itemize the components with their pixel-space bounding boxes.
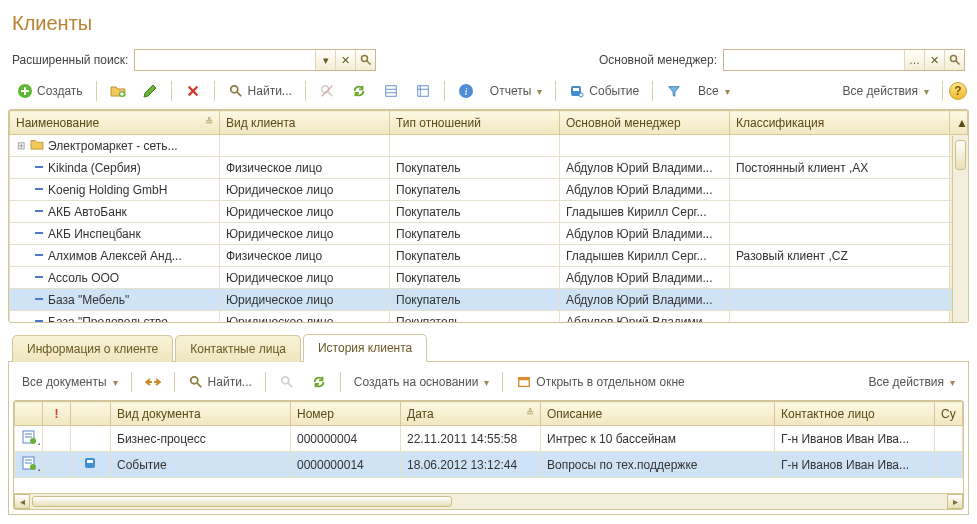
extended-search-dropdown[interactable]: ▾ [315, 50, 335, 70]
collapse-dash-icon [34, 316, 44, 323]
all-dropdown[interactable]: Все [691, 80, 737, 102]
cell-manager: Гладышев Кирилл Серг... [560, 201, 730, 223]
table-row[interactable]: Алхимов Алексей Анд...Физическое лицоПок… [10, 245, 968, 267]
col-flag[interactable]: ! [43, 402, 71, 426]
create-based-dropdown[interactable]: Создать на основании [347, 371, 497, 393]
scrollbar-thumb[interactable] [955, 140, 966, 170]
delete-x-icon [185, 83, 201, 99]
col-name[interactable]: Наименование≙ [10, 111, 220, 135]
history-find-button[interactable]: Найти... [181, 370, 259, 394]
history-clear-find-button[interactable] [272, 370, 302, 394]
cell-type [220, 135, 390, 157]
col-attach[interactable] [71, 402, 111, 426]
search-bar: Расширенный поиск: ▾ ✕ Основной менеджер… [8, 45, 969, 75]
table-row[interactable]: ⊞Электромаркет - сеть... [10, 135, 968, 157]
history-all-actions-dropdown[interactable]: Все действия [862, 371, 962, 393]
cell-desc: Вопросы по тех.поддержке [541, 452, 775, 478]
expand-icon[interactable]: ⊞ [16, 140, 26, 151]
manager-select[interactable]: … [904, 50, 924, 70]
help-button[interactable]: ? [949, 82, 967, 100]
tree-mode-button[interactable] [408, 79, 438, 103]
history-panel: Все документы Найти... Соз [8, 362, 969, 515]
col-contact[interactable]: Контактное лицо [775, 402, 935, 426]
delete-button[interactable] [178, 79, 208, 103]
table-row[interactable]: Ассоль ОООЮридическое лицоПокупательАбду… [10, 267, 968, 289]
find-button[interactable]: Найти... [221, 79, 299, 103]
tab-history[interactable]: История клиента [303, 334, 427, 362]
link-button[interactable] [138, 370, 168, 394]
manager-input[interactable] [724, 50, 904, 70]
info-button[interactable]: i [451, 79, 481, 103]
cell-relation: Покупатель [390, 245, 560, 267]
event-button[interactable]: Событие [562, 79, 646, 103]
svg-point-0 [361, 56, 367, 62]
col-doc-type[interactable]: Вид документа [111, 402, 291, 426]
table-row[interactable]: База "Продовольстве...Юридическое лицоПо… [10, 311, 968, 323]
col-class[interactable]: Классификация [730, 111, 950, 135]
all-actions-dropdown[interactable]: Все действия [836, 80, 936, 102]
clear-find-button[interactable] [312, 79, 342, 103]
col-scroll-header: ▲ [950, 111, 968, 135]
create-button[interactable]: Создать [10, 79, 90, 103]
col-date[interactable]: Дата≙ [401, 402, 541, 426]
col-manager[interactable]: Основной менеджер [560, 111, 730, 135]
col-su[interactable]: Су [935, 402, 963, 426]
table-row[interactable]: Бизнес-процесс00000000422.11.2011 14:55:… [15, 426, 963, 452]
grid-vertical-scrollbar[interactable] [952, 136, 968, 322]
svg-rect-45 [87, 460, 93, 463]
reports-dropdown[interactable]: Отчеты [483, 80, 549, 102]
edit-button[interactable] [135, 79, 165, 103]
table-row[interactable]: АКБ АвтоБанкЮридическое лицоПокупательГл… [10, 201, 968, 223]
col-number[interactable]: Номер [291, 402, 401, 426]
cell-contact: Г-н Иванов Иван Ива... [775, 426, 935, 452]
table-row[interactable]: Koenig Holding GmbHЮридическое лицоПокуп… [10, 179, 968, 201]
col-icon[interactable] [15, 402, 43, 426]
plus-circle-icon [17, 83, 33, 99]
tab-client-info[interactable]: Информация о клиенте [12, 335, 173, 362]
svg-point-32 [282, 377, 289, 384]
extended-search-label: Расширенный поиск: [12, 53, 128, 67]
cell-type: Юридическое лицо [220, 201, 390, 223]
refresh-button[interactable] [344, 79, 374, 103]
extended-search-clear[interactable]: ✕ [335, 50, 355, 70]
cell-type: Юридическое лицо [220, 179, 390, 201]
list-mode-button[interactable] [376, 79, 406, 103]
col-type[interactable]: Вид клиента [220, 111, 390, 135]
svg-text:i: i [464, 85, 467, 97]
refresh-icon [351, 83, 367, 99]
filter-button[interactable] [659, 79, 689, 103]
extended-search-lookup[interactable] [355, 50, 375, 70]
cell-class [730, 289, 950, 311]
cell-relation [390, 135, 560, 157]
table-row[interactable]: Kikinda (Сербия)Физическое лицоПокупател… [10, 157, 968, 179]
new-folder-button[interactable] [103, 79, 133, 103]
scroll-right-button[interactable]: ▸ [947, 494, 963, 509]
col-relation[interactable]: Тип отношений [390, 111, 560, 135]
collapse-dash-icon [34, 272, 44, 284]
row-name: Koenig Holding GmbH [48, 183, 167, 197]
tab-contacts[interactable]: Контактные лица [175, 335, 301, 362]
cell-manager: Абдулов Юрий Владими... [560, 289, 730, 311]
event-icon-cell [71, 452, 111, 478]
all-documents-dropdown[interactable]: Все документы [15, 371, 125, 393]
svg-point-6 [230, 86, 237, 93]
col-desc[interactable]: Описание [541, 402, 775, 426]
main-toolbar: Создать Найти... [8, 75, 969, 107]
table-row[interactable]: Событие000000001418.06.2012 13:12:44Вопр… [15, 452, 963, 478]
history-refresh-button[interactable] [304, 370, 334, 394]
manager-lookup[interactable] [944, 50, 964, 70]
history-horizontal-scrollbar[interactable]: ◂ ▸ [14, 493, 963, 509]
table-row[interactable]: База "Мебель"Юридическое лицоПокупательА… [10, 289, 968, 311]
open-window-button[interactable]: Открыть в отдельном окне [509, 370, 691, 394]
extended-search-input[interactable] [135, 50, 315, 70]
scroll-left-button[interactable]: ◂ [14, 494, 30, 509]
flag-cell [43, 426, 71, 452]
manager-clear[interactable]: ✕ [924, 50, 944, 70]
event-icon-cell [71, 426, 111, 452]
table-row[interactable]: АКБ ИнспецбанкЮридическое лицоПокупатель… [10, 223, 968, 245]
cell-contact: Г-н Иванов Иван Ива... [775, 452, 935, 478]
scrollbar-thumb[interactable] [32, 496, 452, 507]
cell-class [730, 179, 950, 201]
sort-asc-icon: ≙ [526, 407, 534, 418]
cell-manager: Абдулов Юрий Владими... [560, 311, 730, 323]
